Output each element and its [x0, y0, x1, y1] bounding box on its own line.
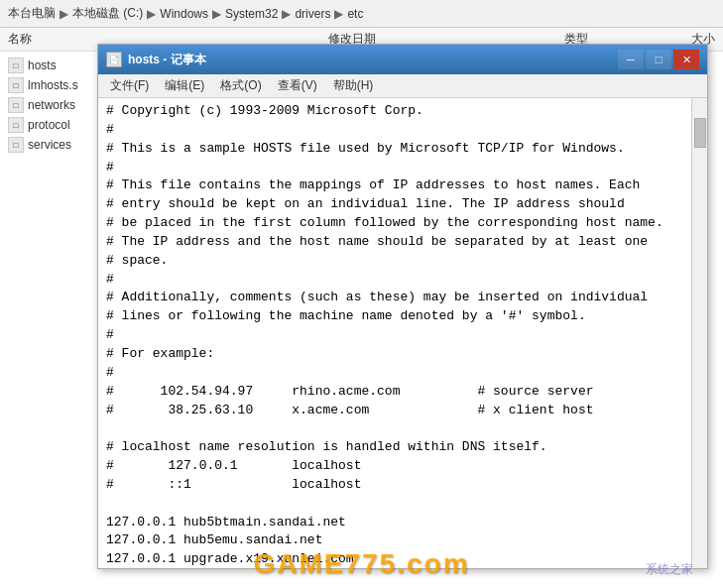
menu-format[interactable]: 格式(O): [212, 75, 269, 96]
breadcrumb-part: Windows: [160, 7, 208, 21]
breadcrumb-sep: ▶: [147, 7, 156, 21]
text-editor[interactable]: # Copyright (c) 1993-2009 Microsoft Corp…: [98, 98, 691, 568]
breadcrumb[interactable]: 本台电脑 ▶ 本地磁盘 (C:) ▶ Windows ▶ System32 ▶ …: [0, 0, 723, 28]
menu-bar: 文件(F) 编辑(E) 格式(O) 查看(V) 帮助(H): [98, 74, 707, 98]
window-title: hosts - 记事本: [128, 52, 206, 68]
menu-view[interactable]: 查看(V): [270, 75, 325, 96]
menu-file[interactable]: 文件(F): [102, 75, 157, 96]
list-item[interactable]: □ networks: [0, 95, 99, 115]
breadcrumb-part: System32: [225, 7, 278, 21]
minimize-button[interactable]: ─: [618, 50, 644, 69]
breadcrumb-sep: ▶: [60, 7, 68, 21]
breadcrumb-sep: ▶: [282, 7, 291, 21]
title-bar: 📄 hosts - 记事本 ─ □ ✕: [98, 45, 707, 74]
explorer-background: 本台电脑 ▶ 本地磁盘 (C:) ▶ Windows ▶ System32 ▶ …: [0, 0, 723, 588]
file-name: networks: [28, 98, 75, 112]
breadcrumb-sep: ▶: [334, 7, 343, 21]
content-area: # Copyright (c) 1993-2009 Microsoft Corp…: [98, 98, 707, 568]
menu-help[interactable]: 帮助(H): [325, 75, 382, 96]
list-item[interactable]: □ hosts: [0, 56, 99, 75]
file-icon: □: [8, 117, 24, 133]
file-icon: □: [8, 97, 24, 113]
breadcrumb-sep: ▶: [212, 7, 221, 21]
menu-edit[interactable]: 编辑(E): [157, 75, 212, 96]
list-item[interactable]: □ protocol: [0, 115, 99, 135]
file-list: □ hosts □ lmhosts.s □ networks □ protoco…: [0, 52, 99, 159]
file-name: protocol: [28, 118, 70, 132]
scrollbar-thumb[interactable]: [694, 118, 706, 148]
file-icon: □: [8, 77, 24, 93]
file-name: services: [28, 138, 71, 152]
breadcrumb-part: drivers: [295, 7, 330, 21]
window-controls: ─ □ ✕: [618, 50, 699, 69]
breadcrumb-part: 本地磁盘 (C:): [72, 5, 143, 22]
notepad-window-icon: 📄: [106, 52, 122, 67]
list-item[interactable]: □ services: [0, 135, 99, 155]
title-bar-left: 📄 hosts - 记事本: [106, 52, 206, 68]
scrollbar[interactable]: [691, 98, 707, 568]
close-button[interactable]: ✕: [673, 50, 699, 69]
notepad-window: 📄 hosts - 记事本 ─ □ ✕ 文件(F) 编辑(E) 格式(O) 查看…: [97, 44, 708, 569]
maximize-button[interactable]: □: [646, 50, 671, 69]
file-icon: □: [8, 58, 24, 73]
breadcrumb-part: 本台电脑: [8, 5, 56, 22]
breadcrumb-part: etc: [347, 7, 363, 21]
list-item[interactable]: □ lmhosts.s: [0, 75, 99, 95]
file-icon: □: [8, 137, 24, 153]
file-name: lmhosts.s: [28, 78, 78, 92]
file-name: hosts: [28, 59, 57, 72]
